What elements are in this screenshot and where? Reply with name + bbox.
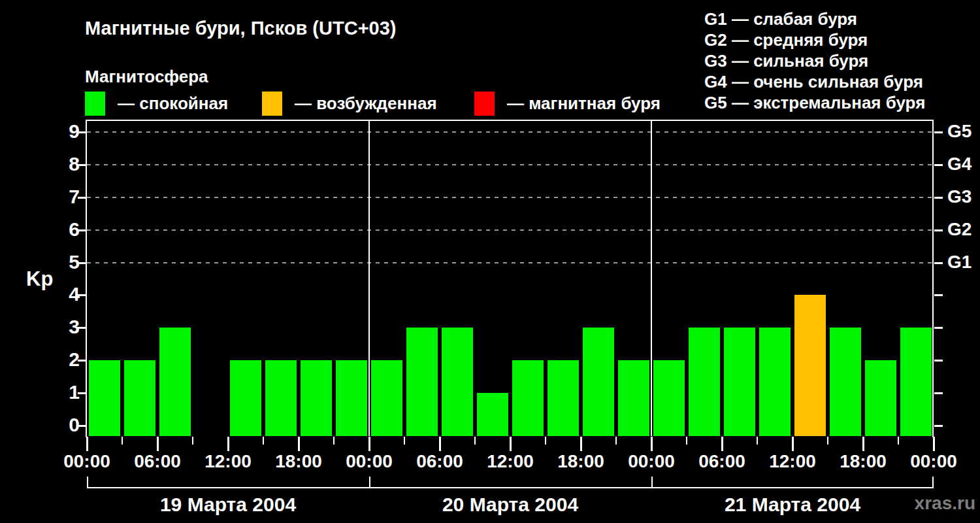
y-tick-label: 7 — [21, 186, 80, 208]
y-tick-label: 6 — [21, 218, 80, 241]
date-bracket-tick — [87, 477, 88, 487]
kp-bar — [512, 360, 544, 436]
x-axis-minor-tick — [404, 437, 405, 445]
x-axis-minor-tick — [333, 437, 335, 445]
time-tick-label: 12:00 — [487, 451, 534, 472]
y-axis-tick-right — [934, 360, 943, 362]
time-tick-label: 06:00 — [134, 451, 181, 472]
y-axis-tick-right — [934, 197, 943, 199]
x-axis-major-tick — [298, 437, 300, 451]
kp-bar — [265, 360, 297, 436]
y-axis-tick-right — [934, 327, 943, 329]
kp-bar — [371, 360, 402, 436]
y-axis-tick-right — [934, 131, 943, 133]
day-separator-line — [651, 120, 652, 436]
x-axis-major-tick — [368, 437, 370, 451]
x-axis-major-tick — [86, 437, 88, 451]
kp-bar — [301, 360, 332, 436]
date-bracket-line — [87, 487, 934, 488]
x-axis-major-tick — [157, 437, 159, 451]
day-separator-line — [368, 120, 370, 436]
kp-bar — [900, 328, 932, 436]
x-axis-minor-tick — [545, 437, 546, 445]
date-label: 20 Марта 2004 — [442, 494, 578, 516]
date-label: 19 Марта 2004 — [160, 494, 296, 516]
x-axis-major-tick — [651, 437, 653, 451]
y-tick-label: 2 — [21, 349, 80, 371]
y-tick-label: 0 — [21, 414, 80, 436]
y-tick-label: 3 — [21, 316, 80, 339]
time-tick-label: 00:00 — [628, 451, 675, 472]
y-axis-tick-right — [934, 229, 943, 231]
x-axis-minor-tick — [827, 437, 828, 445]
gridline-kp-5 — [87, 262, 934, 263]
kp-bar — [442, 328, 473, 436]
gridline-kp-7 — [87, 197, 934, 198]
x-axis-minor-tick — [686, 437, 687, 445]
date-bracket-tick — [369, 477, 370, 487]
y-axis-tick-right — [934, 392, 943, 394]
kp-bar — [865, 360, 896, 436]
time-tick-label: 18:00 — [275, 451, 322, 472]
x-axis-major-tick — [792, 437, 794, 451]
time-tick-label: 12:00 — [769, 451, 816, 472]
magnetic-storm-chart: Магнитные бури, Псков (UTC+03) Магнитосф… — [0, 0, 980, 523]
g-level-label: G4 — [947, 154, 972, 175]
y-tick-label: 9 — [21, 120, 80, 143]
kp-bar — [794, 295, 826, 436]
kp-bar — [759, 328, 791, 436]
kp-bar — [230, 360, 261, 436]
x-axis-minor-tick — [757, 437, 758, 445]
kp-bar — [830, 328, 861, 436]
x-axis-major-tick — [439, 437, 441, 451]
kp-bar — [689, 328, 720, 436]
x-axis-major-tick — [510, 437, 512, 451]
time-tick-label: 18:00 — [840, 451, 887, 472]
date-label: 21 Марта 2004 — [725, 494, 860, 516]
x-axis-major-tick — [227, 437, 229, 451]
x-axis-minor-tick — [122, 437, 123, 445]
time-tick-label: 00:00 — [910, 451, 957, 472]
time-tick-label: 18:00 — [557, 451, 604, 472]
y-tick-label: 8 — [21, 153, 80, 175]
y-axis-tick-right — [934, 262, 943, 264]
time-tick-label: 00:00 — [63, 451, 110, 472]
g-level-label: G5 — [947, 121, 972, 142]
g-level-label: G2 — [947, 219, 972, 240]
y-axis-tick-right — [934, 425, 943, 427]
plot-layer: 0123456789G1G2G3G4G500:0006:0012:0018:00… — [0, 0, 980, 523]
kp-bar — [547, 360, 579, 436]
watermark: xras.ru — [915, 493, 975, 514]
y-axis-tick-right — [934, 294, 943, 296]
date-bracket-tick — [651, 477, 653, 487]
kp-bar — [653, 360, 685, 436]
kp-bar — [724, 328, 755, 436]
x-axis-minor-tick — [615, 437, 617, 445]
x-axis-major-tick — [721, 437, 723, 451]
time-tick-label: 00:00 — [346, 451, 393, 472]
x-axis-major-tick — [862, 437, 864, 451]
gridline-kp-8 — [87, 164, 934, 165]
kp-bar — [583, 328, 614, 436]
gridline-kp-9 — [87, 131, 934, 133]
x-axis-minor-tick — [898, 437, 899, 445]
g-level-label: G1 — [947, 252, 972, 273]
gridline-kp-6 — [87, 229, 934, 231]
kp-bar — [477, 393, 508, 436]
x-axis-major-tick — [933, 437, 935, 451]
time-tick-label: 12:00 — [204, 451, 252, 472]
x-axis-major-tick — [580, 437, 582, 451]
kp-bar — [336, 360, 367, 436]
time-tick-label: 06:00 — [698, 451, 745, 472]
kp-bar — [124, 360, 155, 436]
kp-bar — [618, 360, 649, 436]
kp-bar — [406, 328, 438, 436]
y-tick-label: 1 — [21, 381, 80, 403]
kp-bar — [89, 360, 120, 436]
x-axis-minor-tick — [474, 437, 476, 445]
g-level-label: G3 — [947, 186, 972, 207]
kp-bar — [159, 328, 191, 436]
x-axis-minor-tick — [263, 437, 264, 445]
y-axis-title: Kp — [26, 267, 53, 291]
x-axis-minor-tick — [192, 437, 193, 445]
